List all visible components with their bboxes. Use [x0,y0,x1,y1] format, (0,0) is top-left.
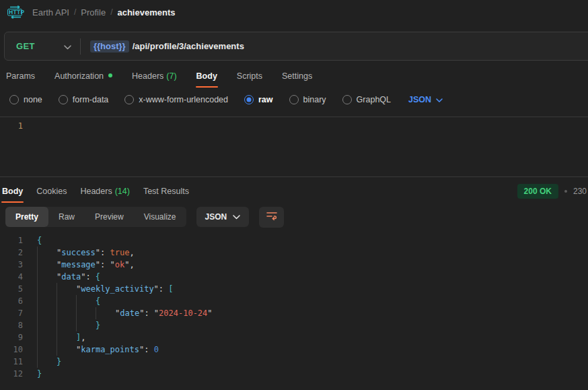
token-q: " [154,283,159,295]
request-tab-bar: Params Authorization Headers(7) Body Scr… [0,67,588,88]
token-key: date [120,307,139,319]
token-br: } [57,356,61,368]
response-tab-bar: Body Cookies Headers(14) Test Results 20… [0,177,588,203]
token-pn: , [129,247,134,259]
tab-body[interactable]: Body [196,67,218,88]
code-content: { [37,234,42,247]
code-line: 4"data": { [0,271,588,283]
indent-guide [37,356,57,368]
radio-binary[interactable]: binary [289,95,326,104]
code-content: } [37,356,61,368]
tab-settings[interactable]: Settings [281,67,313,88]
indent-guide [57,307,76,319]
radio-urlencoded-label: x-www-form-urlencoded [139,95,228,104]
token-q: " [57,247,61,259]
token-q: " [76,344,81,356]
response-language-selector[interactable]: JSON [196,207,250,227]
indent-guide [57,319,76,331]
line-number: 9 [0,331,23,344]
radio-raw[interactable]: raw [244,95,273,104]
response-tab-headers[interactable]: Headers(14) [79,183,130,203]
radio-none-label: none [24,95,42,104]
response-view-toolbar: Pretty Raw Preview Visualize JSON [0,203,588,231]
token-key: success [61,247,96,259]
radio-none[interactable]: none [9,95,42,104]
view-visualize[interactable]: Visualize [134,207,186,227]
radio-urlencoded[interactable]: x-www-form-urlencoded [124,95,228,104]
line-number: 6 [0,295,23,307]
token-br: { [37,234,42,247]
code-line: 1{ [0,234,588,247]
radio-form-data-label: form-data [73,95,109,104]
radio-circle [124,95,134,104]
code-line: 12} [0,368,588,380]
code-content: } [37,319,100,331]
radio-graphql[interactable]: GraphQL [342,95,391,104]
token-key: karma_points [81,344,139,356]
body-mode-row: none form-data x-www-form-urlencoded raw… [0,88,588,112]
indent-guide [76,307,96,319]
tab-authorization[interactable]: Authorization [54,67,113,88]
tab-scripts[interactable]: Scripts [236,67,263,88]
view-mode-segmented-control: Pretty Raw Preview Visualize [5,207,186,227]
token-q: " [96,247,100,259]
request-body-editor[interactable]: 1 [0,117,588,176]
token-pn: : [100,247,110,259]
url-path: /api/profile/3/achievements [133,41,244,51]
token-pn: : [85,271,95,283]
tab-headers[interactable]: Headers(7) [131,67,178,88]
radio-circle [289,95,299,104]
radio-form-data[interactable]: form-data [59,95,109,104]
editor-line-number: 1 [0,121,23,131]
chevron-down-icon [64,40,71,53]
tab-params[interactable]: Params [5,67,36,88]
indent-guide [37,283,57,295]
token-q: " [139,344,144,356]
response-tab-headers-label: Headers [80,187,112,196]
url-input[interactable]: {{host}} /api/profile/3/achievements [90,40,244,53]
view-pretty[interactable]: Pretty [5,207,48,227]
api-client-window: { "palette": { "background": "#212121", … [0,0,588,390]
breadcrumb-separator: / [74,7,76,17]
line-number: 2 [0,247,23,259]
line-number: 5 [0,283,23,295]
line-number: 11 [0,356,23,368]
host-variable-chip[interactable]: {{host}} [90,40,129,53]
code-line: 2"success": true, [0,247,588,259]
breadcrumb-folder[interactable]: Profile [81,7,106,18]
token-key: data [61,271,81,283]
radio-binary-label: binary [303,95,326,104]
radio-raw-label: raw [258,95,273,104]
token-q: " [76,283,81,295]
response-tab-body[interactable]: Body [1,183,24,203]
wrap-lines-button[interactable] [259,207,284,228]
line-number: 4 [0,271,23,283]
token-key: weekly_activity [81,283,153,295]
url-bar: GET {{host}} /api/profile/3/achievements [4,32,588,61]
code-content: "date": "2024-10-24" [37,307,213,319]
token-pn: : [100,259,110,271]
view-raw[interactable]: Raw [48,207,85,227]
body-language-selector[interactable]: JSON [408,95,443,104]
indent-guide [76,319,96,331]
token-br: { [96,271,100,283]
token-br: ] [76,331,81,344]
breadcrumb-collection[interactable]: Earth API [32,7,69,18]
line-number: 10 [0,344,23,356]
meta-dot-separator [564,190,567,193]
response-tab-test-results[interactable]: Test Results [143,183,190,203]
response-tab-cookies[interactable]: Cookies [36,183,67,203]
token-str: ok [115,259,124,271]
response-code[interactable]: 1{2"success": true,3"message": "ok",4"da… [0,231,588,380]
status-badge[interactable]: 200 OK [517,184,558,199]
view-preview[interactable]: Preview [85,207,134,227]
token-num: 0 [154,344,159,356]
tab-headers-label: Headers [132,71,163,81]
response-time: 230 [573,187,587,196]
token-q: " [57,259,61,271]
code-line: 7"date": "2024-10-24" [0,307,588,319]
breadcrumb-request-name[interactable]: achievements [117,7,175,18]
token-br: { [96,295,100,307]
method-selector[interactable]: GET [5,40,80,53]
indent-guide [57,295,76,307]
